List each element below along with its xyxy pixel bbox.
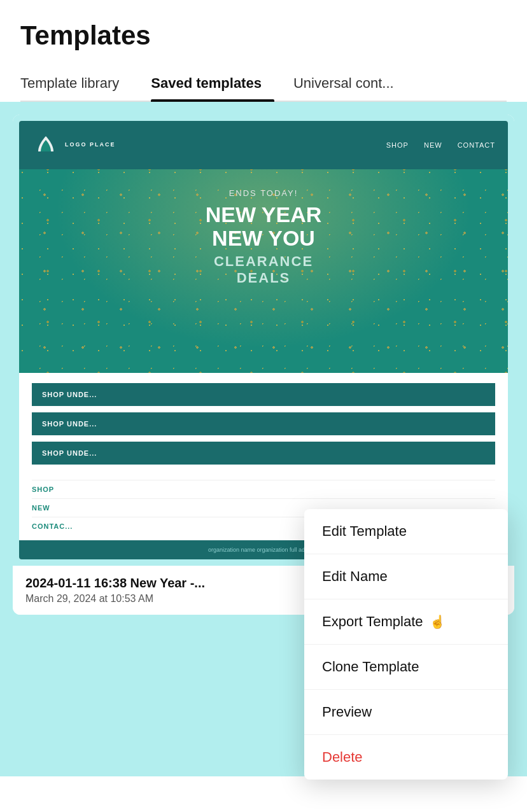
logo-text: LOGO PLACE — [65, 141, 116, 149]
menu-item-edit-template[interactable]: Edit Template — [304, 509, 508, 554]
shop-btn-3: SHOP UNDE... — [32, 442, 495, 465]
email-nav: SHOP NEW CONTACT — [386, 141, 495, 149]
tabs-nav: Template library Saved templates Univers… — [20, 69, 507, 102]
menu-item-delete[interactable]: Delete — [304, 735, 508, 780]
email-hero: ENDS TODAY! NEW YEAR NEW YOU CLEARANCE D… — [19, 169, 508, 373]
tab-template-library[interactable]: Template library — [20, 69, 132, 101]
menu-item-preview[interactable]: Preview — [304, 690, 508, 735]
page-header: Templates Template library Saved templat… — [0, 0, 527, 102]
shop-buttons-area: SHOP UNDE... SHOP UNDE... SHOP UNDE... — [19, 373, 508, 475]
email-preview: LOGO PLACE SHOP NEW CONTACT ENDS TODAY! — [19, 121, 508, 559]
cursor-hand-icon: ☝ — [430, 614, 446, 629]
template-name: 2024-01-11 16:38 New Year -... — [25, 576, 205, 591]
logo-area: LOGO PLACE — [32, 131, 116, 159]
hero-title: NEW YEAR NEW YOU — [32, 203, 495, 251]
ends-today-text: ENDS TODAY! — [32, 188, 495, 198]
tab-saved-templates[interactable]: Saved templates — [151, 69, 274, 101]
hero-text: ENDS TODAY! NEW YEAR NEW YOU CLEARANCE D… — [32, 188, 495, 286]
template-date: March 29, 2024 at 10:53 AM — [25, 593, 205, 605]
template-preview: LOGO PLACE SHOP NEW CONTACT ENDS TODAY! — [13, 115, 514, 566]
hero-subtitle: CLEARANCE DEALS — [32, 253, 495, 286]
footer-link-shop: SHOP — [32, 480, 495, 498]
tab-universal-content[interactable]: Universal cont... — [293, 69, 407, 101]
logo-icon — [32, 131, 60, 159]
shop-btn-1: SHOP UNDE... — [32, 383, 495, 406]
email-header: LOGO PLACE SHOP NEW CONTACT — [19, 121, 508, 169]
menu-item-clone-template[interactable]: Clone Template — [304, 645, 508, 690]
shop-btn-2: SHOP UNDE... — [32, 412, 495, 435]
main-content: LOGO PLACE SHOP NEW CONTACT ENDS TODAY! — [0, 102, 527, 776]
template-info: 2024-01-11 16:38 New Year -... March 29,… — [25, 576, 205, 605]
nav-shop: SHOP — [386, 141, 409, 149]
nav-new: NEW — [424, 141, 442, 149]
menu-item-export-template[interactable]: Export Template ☝ — [304, 599, 508, 645]
menu-item-edit-name[interactable]: Edit Name — [304, 554, 508, 599]
nav-contact: CONTACT — [458, 141, 495, 149]
context-menu: Edit Template Edit Name Export Template … — [304, 509, 508, 780]
page-title: Templates — [20, 20, 507, 51]
